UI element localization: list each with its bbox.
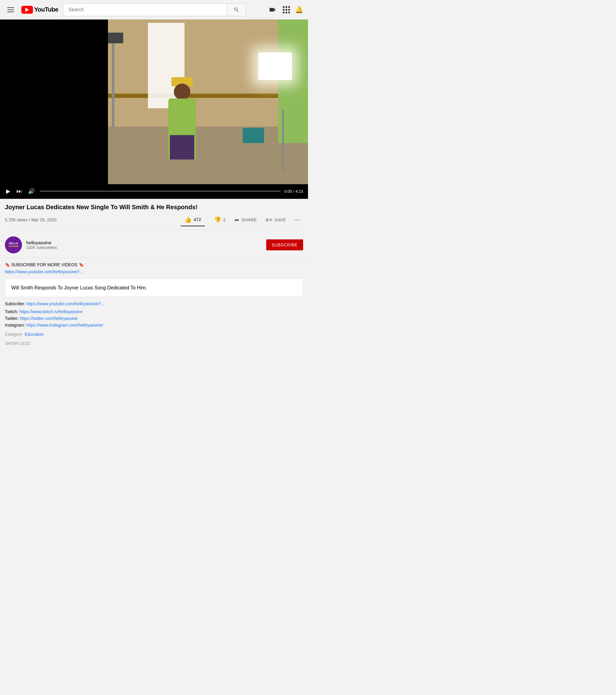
channel-link[interactable]: https://www.youtube.com/helloyassine?...: [5, 269, 83, 274]
avatar-content: HELLO YASSINE: [8, 236, 19, 253]
desc-subscribe-header: 🔖 SUBSCRIBE FOR MORE VIDEOS 🔖: [5, 262, 303, 267]
video-player[interactable]: ▶ ⏭ 🔊 0:00 / 4:23: [0, 19, 308, 199]
instagram-link[interactable]: https://www.instagram.com/helloyassine/: [26, 323, 103, 327]
video-title: Joyner Lucas Dedicates New Single To Wil…: [5, 203, 303, 211]
video-actions: 👍 472 👎 2 ➦ SHARE ≡+ SAVE ⋯: [181, 214, 303, 226]
yt-play-icon: [21, 6, 33, 14]
video-thumbnail: [0, 19, 308, 184]
desc-twitter-line: Twitter: https://twitter.com/helloyassin…: [5, 316, 303, 321]
twitch-link[interactable]: https://www.twitch.tv/helloyassine: [19, 309, 82, 314]
save-button[interactable]: ≡+ SAVE: [262, 214, 290, 226]
time-display: 0:00 / 4:23: [285, 189, 303, 194]
channel-name[interactable]: helloyassine: [26, 240, 266, 245]
video-controls: ▶ ⏭ 🔊 0:00 / 4:23: [0, 184, 308, 199]
subscribe-link[interactable]: https://www.youtube.com/helloyassine?...: [26, 301, 104, 306]
action-divider: [207, 216, 208, 223]
description-section: 🔖 SUBSCRIBE FOR MORE VIDEOS 🔖 https://ww…: [0, 258, 308, 350]
tub: [243, 128, 264, 143]
apps-icon[interactable]: [283, 6, 290, 13]
share-icon: ➦: [234, 216, 239, 223]
person-figure: [164, 80, 200, 159]
search-form: [63, 3, 246, 16]
video-info: Joyner Lucas Dedicates New Single To Wil…: [0, 199, 308, 232]
desc-channel-link: https://www.youtube.com/helloyassine?...: [5, 269, 303, 274]
subscribe-button[interactable]: SUBSCRIBE: [266, 239, 303, 250]
desc-twitch-line: Twitch: https://www.twitch.tv/helloyassi…: [5, 309, 303, 314]
video-meta-row: 5,705 views • Mar 26, 2020 👍 472 👎 2 ➦ S…: [5, 214, 303, 230]
channel-info: helloyassine 102K subscribers: [26, 240, 266, 250]
channel-avatar[interactable]: HELLO YASSINE: [5, 236, 22, 253]
desc-subscribe-line: Subscribe: https://www.youtube.com/hello…: [5, 301, 303, 306]
video-scene: [108, 19, 308, 184]
category-value[interactable]: Education: [25, 332, 44, 337]
category-row: Category Education: [5, 332, 303, 337]
channel-subscribers: 102K subscribers: [26, 245, 266, 250]
channel-row: HELLO YASSINE helloyassine 102K subscrib…: [0, 232, 308, 258]
avatar-yassine-text: YASSINE: [8, 245, 19, 248]
upload-icon[interactable]: [267, 4, 278, 15]
share-button[interactable]: ➦ SHARE: [230, 214, 260, 226]
light-stand: [282, 110, 284, 171]
desc-instagram-line: Instagram: https://www.instagram.com/hel…: [5, 323, 303, 327]
youtube-wordmark: YouTube: [34, 6, 58, 13]
twitter-link[interactable]: https://twitter.com/helloyassine: [20, 316, 78, 321]
search-icon: [233, 7, 239, 13]
notifications-icon[interactable]: 🔔: [295, 6, 303, 14]
desc-social-links: Twitch: https://www.twitch.tv/helloyassi…: [5, 309, 303, 327]
progress-bar[interactable]: [40, 191, 281, 192]
header-left: YouTube: [5, 5, 58, 15]
search-button[interactable]: [226, 3, 246, 16]
show-less-button[interactable]: SHOW LESS: [5, 341, 303, 346]
header-right: 🔔: [267, 4, 303, 15]
thumbs-up-icon: 👍: [184, 216, 192, 223]
highlight-box: Will Smith Responds To Joyner Lucas Song…: [5, 279, 303, 297]
light-box: [258, 52, 292, 80]
header: YouTube 🔔: [0, 0, 308, 19]
category-label: Category: [5, 332, 22, 337]
avatar-hello-text: HELLO: [9, 242, 18, 245]
search-input[interactable]: [63, 3, 226, 16]
save-icon: ≡+: [265, 217, 273, 223]
next-button[interactable]: ⏭: [15, 187, 23, 196]
hamburger-menu-icon[interactable]: [5, 5, 16, 15]
video-stats: 5,705 views • Mar 26, 2020: [5, 217, 56, 222]
dislike-button[interactable]: 👎 2: [210, 214, 229, 226]
youtube-logo[interactable]: YouTube: [21, 6, 58, 14]
thumbs-down-icon: 👎: [214, 216, 221, 223]
volume-button[interactable]: 🔊: [27, 187, 36, 196]
play-button[interactable]: ▶: [5, 187, 12, 196]
like-button[interactable]: 👍 472: [181, 214, 205, 226]
more-options-button[interactable]: ⋯: [291, 215, 303, 225]
video-black-area: [0, 19, 108, 184]
